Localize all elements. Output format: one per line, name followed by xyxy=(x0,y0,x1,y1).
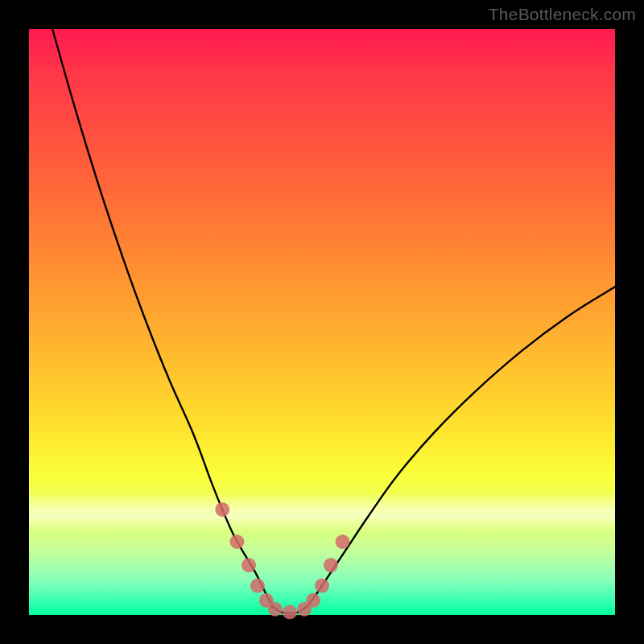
curve-marker xyxy=(315,579,329,593)
curve-marker xyxy=(324,558,338,572)
curve-marker xyxy=(335,535,349,549)
chart-svg xyxy=(29,29,615,615)
bottleneck-curve-path xyxy=(52,29,615,613)
watermark-text: TheBottleneck.com xyxy=(489,5,636,24)
chart-stage: TheBottleneck.com xyxy=(0,0,644,644)
chart-plot-area xyxy=(29,29,615,615)
curve-marker xyxy=(229,535,244,549)
curve-marker xyxy=(242,558,256,572)
curve-marker xyxy=(215,502,229,517)
curve-marker xyxy=(283,605,297,619)
bottleneck-curve xyxy=(52,29,615,613)
curve-marker xyxy=(250,579,265,593)
curve-markers xyxy=(215,502,349,619)
curve-marker xyxy=(306,593,320,608)
curve-marker xyxy=(268,602,283,617)
